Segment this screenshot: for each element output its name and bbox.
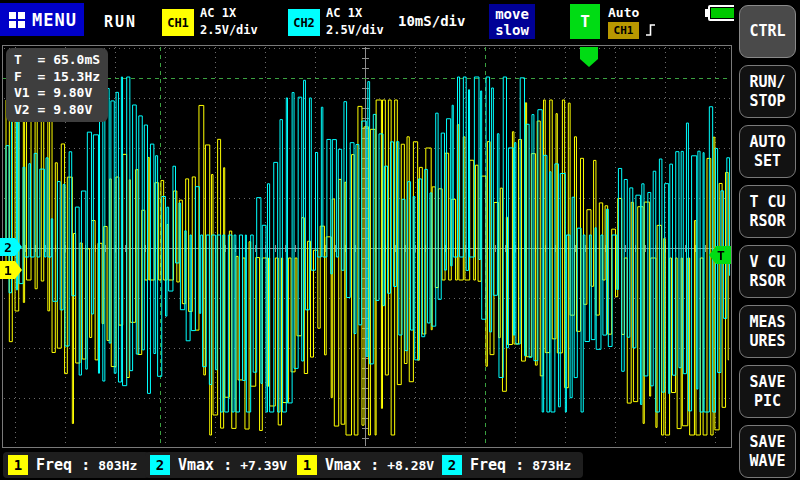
move-slow-button[interactable]: move slow <box>489 4 535 39</box>
measurement-value: 873Hz <box>532 458 571 473</box>
ch2-number-badge: 2 <box>150 455 170 475</box>
run-status: RUN <box>104 13 137 31</box>
top-bar: MENU RUN CH1 AC 1X2.5V/div CH2 AC 1X2.5V… <box>0 0 734 45</box>
ctrl-button[interactable]: CTRL <box>739 5 796 58</box>
trigger-mode: Auto <box>608 5 639 20</box>
measurement-label: Vmax : <box>325 456 379 474</box>
ch1-coupling: AC 1X <box>200 6 236 20</box>
battery-fill <box>711 8 735 18</box>
measures-button[interactable]: MEAS URES <box>739 305 796 358</box>
cursor-readout-box: T = 65.0mS F = 15.3Hz V1 = 9.80V V2 = 9.… <box>6 48 108 122</box>
measurement-chip[interactable]: 2 Vmax : +7.39V <box>145 452 299 478</box>
trigger-button[interactable]: T <box>570 4 600 39</box>
ch2-number-badge: 2 <box>442 455 462 475</box>
menu-grid-icon <box>9 12 25 28</box>
auto-set-button[interactable]: AUTO SET <box>739 125 796 178</box>
measurement-value: +7.39V <box>240 458 287 473</box>
ch2-settings[interactable]: AC 1X2.5V/div <box>326 5 384 39</box>
ch1-number-badge: 1 <box>297 455 317 475</box>
ch2-coupling: AC 1X <box>326 6 362 20</box>
menu-label: MENU <box>32 10 77 30</box>
measurement-label: Vmax : <box>178 456 232 474</box>
ch1-badge[interactable]: CH1 <box>162 9 194 36</box>
measurement-chip[interactable]: 2 Freq : 873Hz <box>437 452 583 478</box>
run-stop-button[interactable]: RUN/ STOP <box>739 65 796 118</box>
measurement-chip[interactable]: 1 Freq : 803Hz <box>3 452 149 478</box>
ch1-settings[interactable]: AC 1X2.5V/div <box>200 5 258 39</box>
oscilloscope-screen: MENU RUN CH1 AC 1X2.5V/div CH2 AC 1X2.5V… <box>0 0 800 480</box>
ch1-number-badge: 1 <box>8 455 28 475</box>
measurement-label: Freq : <box>470 456 524 474</box>
save-wave-button[interactable]: SAVE WAVE <box>739 425 796 478</box>
measurement-value: 803Hz <box>98 458 137 473</box>
v-cursor-button[interactable]: V CU RSOR <box>739 245 796 298</box>
waveform-display[interactable] <box>0 45 734 450</box>
save-pic-button[interactable]: SAVE PIC <box>739 365 796 418</box>
measurement-value: +8.28V <box>387 458 434 473</box>
sidebar: CTRL RUN/ STOP AUTO SET T CU RSOR V CU R… <box>734 0 800 480</box>
timebase-readout[interactable]: 10mS/div <box>398 13 465 29</box>
rising-edge-icon <box>645 22 657 39</box>
measurement-chip[interactable]: 1 Vmax : +8.28V <box>292 452 446 478</box>
trigger-source-badge[interactable]: CH1 <box>608 22 639 39</box>
ch2-badge[interactable]: CH2 <box>288 9 320 36</box>
ch1-scale: 2.5V/div <box>200 23 258 37</box>
ch2-scale: 2.5V/div <box>326 23 384 37</box>
measurement-label: Freq : <box>36 456 90 474</box>
t-cursor-button[interactable]: T CU RSOR <box>739 185 796 238</box>
menu-button[interactable]: MENU <box>0 3 84 36</box>
measurement-bar: 1 Freq : 803Hz 2 Vmax : +7.39V 1 Vmax : … <box>0 450 734 480</box>
